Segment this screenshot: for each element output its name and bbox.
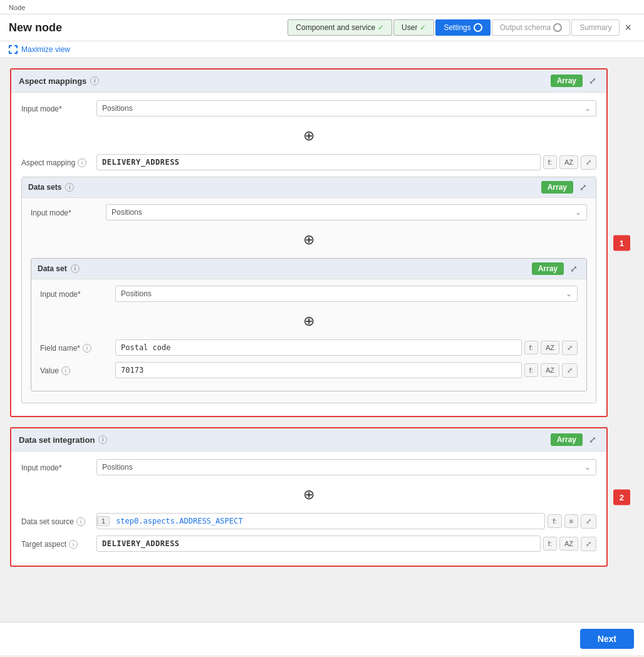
- dataset-source-input-group: 1 step0.aspects.ADDRESS_ASPECT f: ≡ ⤢: [96, 513, 596, 529]
- step-summary[interactable]: Summary: [571, 19, 620, 36]
- aspect-mapping-az-btn[interactable]: AZ: [559, 155, 578, 169]
- aspect-mapping-row: Aspect mapping i f: AZ ⤢: [21, 154, 596, 170]
- target-aspect-az-btn[interactable]: AZ: [559, 537, 578, 551]
- input-mode-label-3: Input mode*: [40, 286, 115, 299]
- step-settings[interactable]: Settings: [435, 19, 490, 36]
- step-circle-4: [553, 23, 562, 32]
- footer: Next: [0, 622, 644, 655]
- data-set-integration-header: Data set integration i Array ⤢: [11, 428, 606, 452]
- dataset-source-value: step0.aspects.ADDRESS_ASPECT: [112, 514, 246, 529]
- maximize-icon: [9, 45, 18, 54]
- aspect-mappings-card: Aspect mappings i Array ⤢ Input mode* P: [10, 68, 608, 417]
- close-button[interactable]: ×: [621, 20, 635, 36]
- target-aspect-row: Target aspect i f: AZ ⤢: [21, 535, 596, 552]
- value-az-btn[interactable]: AZ: [541, 363, 559, 377]
- dataset-actions: Array ⤢: [532, 262, 580, 275]
- datasets-header: Data sets i Array ⤢: [22, 177, 596, 198]
- field-name-label: Field name* i: [40, 339, 115, 353]
- dataset-info-icon: i: [71, 264, 80, 273]
- value-label: Value i: [40, 362, 115, 375]
- dataset-source-fx-btn[interactable]: f:: [548, 514, 561, 528]
- input-mode-dropdown-2[interactable]: Positions ⌄: [106, 204, 587, 220]
- add-button-4[interactable]: ⊕: [21, 482, 596, 508]
- data-set-integration-expand-btn[interactable]: ⤢: [586, 433, 599, 446]
- dataset-title: Data set i: [38, 264, 80, 273]
- aspect-mappings-expand-btn[interactable]: ⤢: [586, 75, 599, 87]
- datasets-array-btn[interactable]: Array: [541, 181, 573, 194]
- aspect-mappings-array-btn[interactable]: Array: [551, 75, 583, 87]
- target-aspect-label: Target aspect i: [21, 535, 96, 549]
- dataset-expand-btn[interactable]: ⤢: [568, 262, 580, 275]
- data-set-integration-body: Input mode* Positions ⌄ ⊕: [11, 452, 606, 566]
- value-row: Value i f: AZ ⤢: [40, 362, 578, 378]
- datasets-expand-btn[interactable]: ⤢: [577, 181, 589, 194]
- dataset-array-btn[interactable]: Array: [532, 262, 564, 275]
- input-mode-input-group-3: Positions ⌄: [115, 286, 578, 302]
- input-mode-row-2: Input mode* Positions ⌄: [31, 204, 587, 220]
- target-aspect-input-group: f: AZ ⤢: [96, 535, 596, 552]
- section1-sidebar-badge: 1: [613, 235, 630, 251]
- add-icon-1: ⊕: [303, 128, 314, 144]
- dataset-body: Input mode* Positions ⌄: [31, 279, 586, 391]
- step-component-service[interactable]: Component and service ✓: [288, 19, 392, 36]
- step-circle-3: [474, 23, 482, 32]
- input-mode-row-1: Input mode* Positions ⌄: [21, 100, 596, 116]
- field-name-row: Field name* i f: AZ ⤢: [40, 339, 578, 356]
- top-bar: Node: [0, 0, 644, 14]
- content-area: Aspect mappings i Array ⤢ Input mode* P: [0, 58, 644, 622]
- aspect-mapping-expand-btn[interactable]: ⤢: [581, 155, 596, 170]
- wizard-steps: Component and service ✓ User ✓ Settings …: [288, 19, 635, 36]
- data-set-integration-info-icon: i: [98, 435, 107, 444]
- datasets-actions: Array ⤢: [541, 181, 589, 194]
- field-name-input[interactable]: [115, 339, 522, 356]
- aspect-mapping-info-icon: i: [78, 158, 86, 167]
- page-title: New node: [9, 21, 62, 34]
- aspect-mappings-body: Input mode* Positions ⌄ ⊕: [11, 93, 606, 416]
- add-button-3[interactable]: ⊕: [40, 308, 578, 334]
- dropdown-chevron-4: ⌄: [584, 463, 591, 472]
- data-set-integration-title: Data set integration i: [19, 435, 107, 445]
- target-aspect-expand-btn[interactable]: ⤢: [581, 537, 596, 551]
- dataset-source-label: Data set source i: [21, 513, 96, 526]
- header: New node Component and service ✓ User ✓ …: [0, 14, 644, 41]
- value-input-group: f: AZ ⤢: [115, 362, 578, 378]
- target-aspect-input[interactable]: [96, 535, 541, 552]
- input-mode-dropdown-1[interactable]: Positions ⌄: [96, 100, 596, 116]
- field-name-fx-btn[interactable]: f:: [524, 341, 538, 354]
- dataset-source-expand-btn[interactable]: ⤢: [581, 514, 596, 529]
- add-icon-4: ⊕: [303, 487, 314, 503]
- value-expand-btn[interactable]: ⤢: [562, 363, 578, 378]
- aspect-mapping-fx-btn[interactable]: f:: [543, 155, 557, 169]
- value-fx-btn[interactable]: f:: [524, 363, 538, 377]
- step-output-schema[interactable]: Output schema: [492, 19, 570, 36]
- next-button[interactable]: Next: [580, 629, 634, 649]
- aspect-mappings-info-icon: i: [90, 76, 99, 85]
- dataset-source-list-btn[interactable]: ≡: [564, 514, 578, 528]
- input-mode-input-group-2: Positions ⌄: [106, 204, 587, 220]
- value-input[interactable]: [115, 362, 522, 378]
- aspect-mapping-input-group: f: AZ ⤢: [96, 154, 596, 170]
- input-mode-input-group-1: Positions ⌄: [96, 100, 596, 116]
- input-mode-input-group-4: Positions ⌄: [96, 459, 596, 475]
- field-name-expand-btn[interactable]: ⤢: [562, 341, 578, 355]
- maximize-label[interactable]: Maximize view: [21, 45, 70, 54]
- data-set-integration-card: Data set integration i Array ⤢ Input mod…: [10, 427, 608, 567]
- dataset-source-num-badge: 1: [97, 516, 110, 526]
- aspect-mapping-input[interactable]: [96, 154, 541, 170]
- add-button-1[interactable]: ⊕: [21, 123, 596, 149]
- step-user[interactable]: User ✓: [393, 19, 434, 36]
- field-name-az-btn[interactable]: AZ: [541, 341, 559, 354]
- data-set-integration-actions: Array ⤢: [551, 433, 599, 446]
- toolbar: Maximize view: [0, 41, 644, 58]
- aspect-mappings-header: Aspect mappings i Array ⤢: [11, 70, 606, 93]
- datasets-title: Data sets i: [28, 183, 74, 192]
- input-mode-dropdown-3[interactable]: Positions ⌄: [115, 286, 578, 302]
- dropdown-chevron-3: ⌄: [566, 289, 572, 298]
- dataset-header: Data set i Array ⤢: [31, 259, 586, 279]
- data-set-integration-array-btn[interactable]: Array: [551, 433, 583, 446]
- datasets-card: Data sets i Array ⤢ Input mode*: [21, 177, 596, 403]
- input-mode-row-3: Input mode* Positions ⌄: [40, 286, 578, 302]
- target-aspect-fx-btn[interactable]: f:: [543, 537, 557, 551]
- add-button-2[interactable]: ⊕: [31, 227, 587, 253]
- input-mode-dropdown-4[interactable]: Positions ⌄: [96, 459, 596, 475]
